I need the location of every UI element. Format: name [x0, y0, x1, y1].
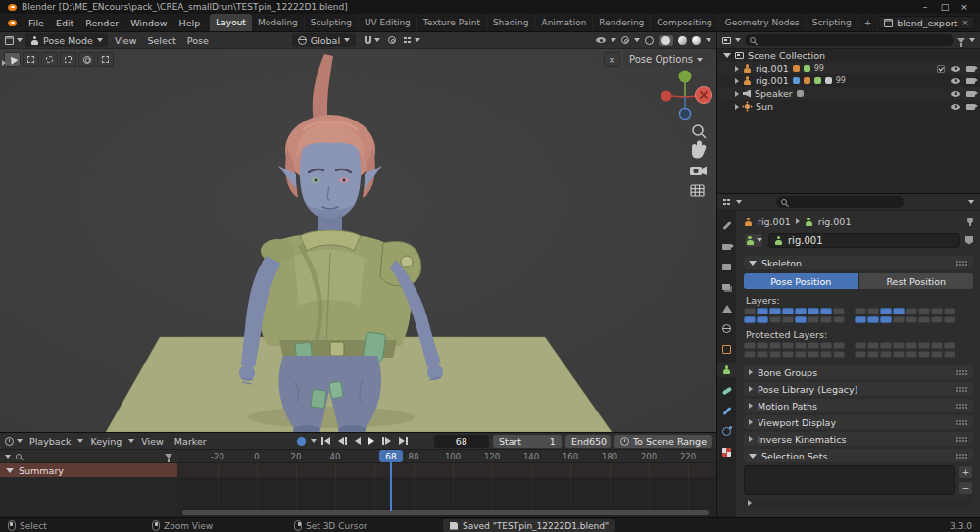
tab-world[interactable]: [717, 321, 736, 336]
layer-toggle[interactable]: [769, 308, 781, 314]
outliner-row-scene-collection[interactable]: Scene Collection: [717, 49, 980, 62]
layer-toggle[interactable]: [744, 316, 756, 323]
object-visibility-icon[interactable]: [596, 37, 606, 43]
visibility-chevron-icon[interactable]: [611, 38, 616, 42]
outliner-row-sun[interactable]: Sun: [717, 100, 980, 113]
playhead-frame-badge[interactable]: 68: [379, 450, 403, 462]
menu-help[interactable]: Help: [173, 14, 207, 31]
tab-animation[interactable]: Animation: [535, 14, 593, 31]
layer-toggle[interactable]: [795, 316, 807, 323]
expand-icon[interactable]: [735, 104, 739, 110]
tab-geometry-nodes[interactable]: Geometry Nodes: [719, 14, 807, 31]
tab-output[interactable]: [717, 260, 736, 274]
layer-toggle[interactable]: [782, 351, 794, 358]
tool-options-close-button[interactable]: ×: [604, 52, 620, 67]
add-set-button[interactable]: +: [958, 465, 973, 479]
filter-icon[interactable]: [957, 38, 965, 43]
layer-toggle[interactable]: [769, 342, 781, 349]
app-menu-button[interactable]: [0, 14, 23, 31]
layer-toggle[interactable]: [808, 308, 819, 314]
tab-compositing[interactable]: Compositing: [651, 14, 718, 31]
exclude-checkbox[interactable]: [937, 65, 945, 73]
datablock-browse-button[interactable]: [744, 233, 763, 248]
tab-texture[interactable]: [717, 445, 736, 459]
layer-toggle[interactable]: [918, 351, 930, 358]
summary-channel[interactable]: Summary: [0, 463, 177, 477]
tab-tool[interactable]: [717, 218, 736, 233]
hide-viewport-icon[interactable]: [951, 91, 960, 97]
chevron-down-icon[interactable]: [415, 38, 420, 42]
options-chevron-icon[interactable]: [968, 200, 974, 204]
layer-toggle[interactable]: [795, 351, 807, 358]
collapse-icon[interactable]: [723, 53, 731, 58]
panel-viewport-display[interactable]: Viewport Display: [744, 415, 973, 429]
drag-handle-icon[interactable]: [956, 370, 958, 372]
drag-handle-icon[interactable]: [956, 387, 958, 389]
layer-toggle[interactable]: [757, 342, 768, 349]
menu-window[interactable]: Window: [124, 14, 172, 31]
layer-toggle[interactable]: [833, 308, 845, 314]
menu-view[interactable]: View: [137, 436, 168, 447]
start-frame-field[interactable]: Start 1: [493, 435, 562, 448]
editor-type-chevron-icon[interactable]: [736, 200, 742, 204]
layer-toggle[interactable]: [744, 342, 756, 349]
layer-toggle[interactable]: [855, 342, 866, 349]
filter-icon[interactable]: [165, 454, 172, 459]
layer-toggle[interactable]: [867, 308, 879, 314]
layer-toggle[interactable]: [744, 308, 756, 314]
panel-bone-groups[interactable]: Bone Groups: [744, 365, 973, 379]
shading-solid-active[interactable]: [659, 35, 673, 46]
menu-edit[interactable]: Edit: [50, 14, 79, 31]
play-button[interactable]: [366, 437, 377, 445]
select-lasso-button[interactable]: [60, 52, 76, 67]
menu-marker[interactable]: Marker: [171, 436, 211, 447]
datablock-name-field[interactable]: rig.001: [768, 233, 960, 248]
tab-uv-editing[interactable]: UV Editing: [359, 14, 417, 31]
layer-toggle[interactable]: [833, 342, 845, 349]
add-workspace-button[interactable]: +: [858, 14, 879, 31]
outliner-row-rig-001-b[interactable]: rig.001 99: [717, 74, 980, 87]
editor-type-icon[interactable]: [723, 199, 726, 202]
summary-track[interactable]: [177, 463, 716, 477]
layer-toggle[interactable]: [808, 342, 819, 349]
filter-chevron-icon[interactable]: [969, 38, 975, 42]
toolbar-expand-icon[interactable]: [2, 60, 6, 66]
tab-constraints[interactable]: [717, 404, 736, 418]
layer-toggle[interactable]: [931, 342, 943, 349]
tab-layout[interactable]: Layout: [210, 14, 252, 31]
layer-toggle[interactable]: [795, 342, 807, 349]
properties-search-input[interactable]: [776, 196, 904, 208]
overlays-icon[interactable]: [621, 36, 629, 44]
editor-type-icon[interactable]: [5, 36, 14, 45]
tab-texture-paint[interactable]: Texture Paint: [417, 14, 487, 31]
prev-keyframe-button[interactable]: [335, 437, 350, 445]
drag-handle-icon[interactable]: [956, 404, 958, 406]
layer-toggle[interactable]: [757, 308, 768, 314]
layer-toggle[interactable]: [820, 308, 832, 314]
current-frame-field[interactable]: 68: [434, 435, 489, 448]
expand-icon[interactable]: [735, 66, 739, 72]
shading-rendered-icon[interactable]: [692, 36, 701, 45]
shading-material-icon[interactable]: [678, 36, 687, 45]
editor-type-chevron-icon[interactable]: [17, 439, 23, 443]
remove-set-button[interactable]: −: [958, 481, 973, 495]
tab-object-data[interactable]: [717, 363, 736, 377]
tab-modeling[interactable]: Modeling: [252, 14, 305, 31]
keying-popover-icon[interactable]: [311, 439, 317, 443]
editor-type-chevron-icon[interactable]: [735, 38, 741, 42]
snap-magnet-icon[interactable]: [365, 36, 371, 44]
transform-orientation-dropdown[interactable]: Global: [292, 33, 356, 47]
outliner-row-speaker[interactable]: Speaker: [717, 87, 980, 100]
close-button[interactable]: ×: [955, 2, 974, 12]
end-frame-field[interactable]: End 650: [565, 435, 611, 448]
layer-toggle[interactable]: [906, 342, 917, 349]
layer-toggle[interactable]: [757, 351, 768, 358]
extra-tool-button[interactable]: [97, 52, 114, 67]
mode-dropdown[interactable]: Pose Mode: [25, 33, 108, 47]
tab-sculpting[interactable]: Sculpting: [305, 14, 359, 31]
panel-motion-paths[interactable]: Motion Paths: [744, 399, 973, 412]
tab-object[interactable]: [717, 342, 736, 357]
layer-toggle[interactable]: [795, 308, 807, 314]
menu-select[interactable]: Select: [143, 35, 179, 46]
layer-toggle[interactable]: [744, 351, 756, 358]
